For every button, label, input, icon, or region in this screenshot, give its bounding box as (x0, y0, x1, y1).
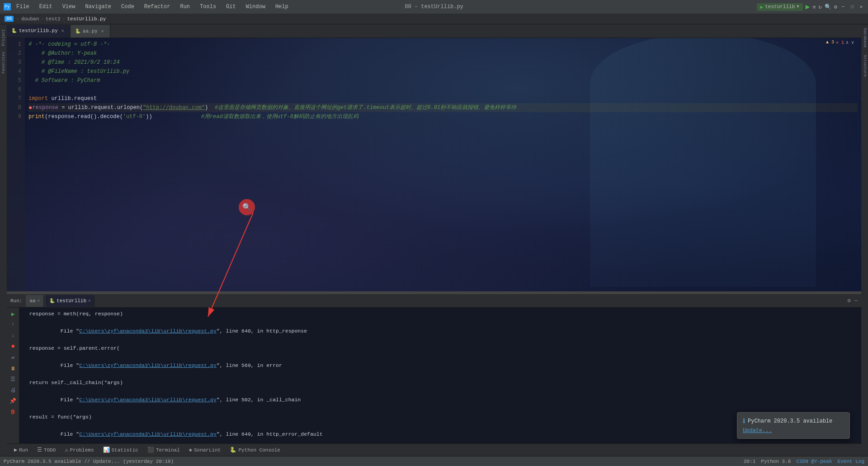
output-area[interactable]: response = meth(req, response) File "C:\… (19, 308, 861, 443)
menu-tools[interactable]: Tools (198, 3, 218, 11)
todo-toolbar-btn[interactable]: ☰ TODO (33, 445, 59, 455)
play-button[interactable]: ▶ (9, 309, 18, 319)
breadcrumb-bar: 80 › douban › test2 › testUrllib.py (0, 14, 868, 24)
python-console-toolbar-btn[interactable]: 🐍 Python Console (226, 445, 283, 455)
stop-button[interactable]: ■ (9, 342, 18, 351)
run-config-selector[interactable]: ▶ testUrllib ▼ (757, 3, 803, 11)
output-line-2: response = self.parent.error( (23, 344, 858, 352)
update-link[interactable]: Update... (743, 428, 772, 434)
gutter-markers: ▲ 3 ✕ 1 ∧ ∨ (826, 40, 854, 45)
info-icon: ℹ (743, 417, 745, 425)
sidebar-label-structure[interactable]: Structure (863, 53, 867, 79)
status-bar-right: 20:1 Python 3.8 CSDN @Y-peak Event Log (744, 459, 864, 464)
search-everywhere-button[interactable]: 🔍 (825, 4, 831, 10)
tab-close[interactable]: ✕ (60, 28, 66, 33)
menu-file[interactable]: File (14, 3, 31, 11)
output-line-5: File "C:\Users\zyf\anaconda3\lib\urllib\… (23, 387, 858, 413)
run-tab-testurllib-label: testUrllib (57, 298, 86, 304)
output-line-3: File "C:\Users\zyf\anaconda3\lib\urllib\… (23, 352, 858, 378)
code-line-5: # Software : PyCharm (28, 76, 858, 85)
maximize-button[interactable]: □ (849, 4, 855, 10)
notification-text: PyCharm 2020.3.5 available (748, 418, 832, 424)
print-button[interactable]: 🖨 (9, 385, 18, 395)
output-link-1[interactable]: C:\Users\zyf\anaconda3\lib\urllib\reques… (79, 328, 217, 334)
error-badge[interactable]: ✕ 1 (836, 40, 844, 45)
breadcrumb-test2[interactable]: test2 (46, 16, 61, 22)
menu-run[interactable]: Run (178, 3, 192, 11)
sidebar-label-project[interactable]: Project (1, 26, 6, 49)
tab-label-2: aa.py (83, 29, 98, 34)
clear-button[interactable]: 🗑 (9, 407, 18, 416)
code-line-7: import urllib.request (28, 94, 858, 103)
menu-help[interactable]: Help (274, 3, 290, 11)
run-toolbar-btn[interactable]: ▶ Run (10, 445, 32, 455)
menu-code[interactable]: Code (119, 3, 136, 11)
bottom-panel: Run: aa ✕ 🐍 testUrllib ✕ ⚙ ─ ▶ (7, 293, 861, 456)
breadcrumb-file[interactable]: testUrllib.py (67, 16, 106, 22)
code-content[interactable]: # -*- codeing = utf-8 -*- # @Author: Y-p… (25, 38, 861, 291)
csdn-link[interactable]: CSDN @Y-peak (796, 459, 832, 464)
settings-button[interactable]: ⚙ (834, 4, 837, 10)
run-tab-testurllib-close[interactable]: ✕ (88, 298, 90, 303)
minimize-button[interactable]: ─ (840, 4, 846, 10)
sonarlint-btn-label: SonarLint (194, 447, 221, 453)
run-tabs: Run: aa ✕ 🐍 testUrllib ✕ ⚙ ─ (7, 294, 861, 308)
menu-navigate[interactable]: Navigate (83, 3, 113, 11)
run-tab-aa-close[interactable]: ✕ (38, 298, 40, 303)
breadcrumb-num: 80 (5, 16, 14, 22)
terminal-btn-label: Terminal (156, 447, 180, 453)
build-button[interactable]: ⚒ (812, 4, 816, 10)
right-sidebar: Database Structure (861, 24, 868, 456)
run-tab-aa[interactable]: aa ✕ (26, 295, 44, 307)
output-link-5[interactable]: C:\Users\zyf\anaconda3\lib\urllib\reques… (79, 397, 217, 403)
output-link-7[interactable]: C:\Users\zyf\anaconda3\lib\urllib\reques… (79, 431, 217, 437)
menu-git[interactable]: Git (224, 3, 238, 11)
bottom-toolbar: ▶ Run ☰ TODO ⚠ Problems 📊 Statistic ⬛ (7, 443, 861, 456)
run-tab-testurllib[interactable]: 🐍 testUrllib ✕ (46, 295, 94, 307)
code-line-4: # @FileName : testUrllib.py (28, 67, 858, 76)
pin-button[interactable]: 📌 (9, 396, 18, 405)
menu-window[interactable]: Window (244, 3, 267, 11)
cursor-position: 20:1 (744, 459, 755, 464)
run-settings-icon[interactable]: ⚙ (848, 297, 851, 304)
scroll-up-button[interactable]: ↑ (9, 320, 18, 329)
left-sidebar: Project Favorites (0, 24, 7, 456)
event-log-link[interactable]: Event Log (838, 459, 864, 464)
app-icon: Py (4, 3, 11, 10)
scroll-down-button[interactable]: ↓ (9, 331, 18, 340)
notification-title: ℹ PyCharm 2020.3.5 available (743, 417, 844, 425)
tab-close-2[interactable]: ✕ (100, 29, 105, 34)
output-line-7: File "C:\Users\zyf\anaconda3\lib\urllib\… (23, 421, 858, 443)
sidebar-label-database[interactable]: Database (863, 26, 867, 49)
refresh-button[interactable]: ↻ (819, 4, 822, 10)
py-icon: 🐍 (11, 28, 17, 33)
sidebar-label-favorites[interactable]: Favorites (1, 49, 6, 76)
close-button[interactable]: ✕ (858, 4, 864, 10)
filter-button[interactable]: ☰ (9, 375, 18, 384)
run-label: Run: (10, 298, 22, 304)
soft-wrap-button[interactable]: ≣ (9, 364, 18, 373)
sonarlint-toolbar-btn[interactable]: ◈ SonarLint (185, 445, 225, 455)
terminal-toolbar-btn[interactable]: ⬛ Terminal (144, 445, 184, 455)
statistic-btn-label: Statistic (112, 447, 138, 453)
breadcrumb-douban[interactable]: douban (21, 16, 39, 22)
run-button[interactable]: ▶ (806, 2, 810, 11)
menu-view[interactable]: View (61, 3, 77, 11)
tab-testurllib[interactable]: 🐍 testUrllib.py ✕ (7, 25, 71, 38)
tab-aa[interactable]: 🐍 aa.py ✕ (71, 25, 110, 38)
problems-toolbar-btn[interactable]: ⚠ Problems (61, 445, 97, 455)
todo-icon: ☰ (37, 447, 42, 453)
statistic-toolbar-btn[interactable]: 📊 Statistic (99, 445, 142, 455)
nav-arrows[interactable]: ∧ ∨ (846, 40, 854, 45)
code-editor[interactable]: ▲ 3 ✕ 1 ∧ ∨ 1 2 3 4 5 6 7 8 9 (7, 38, 861, 291)
code-area: 1 2 3 4 5 6 7 8 9 # -*- codeing = utf-8 … (7, 38, 861, 291)
menu-edit[interactable]: Edit (38, 3, 54, 11)
warning-badge[interactable]: ▲ 3 (826, 40, 834, 45)
menu-refactor[interactable]: Refactor (142, 3, 172, 11)
python-console-btn-label: Python Console (238, 447, 280, 453)
output-link-3[interactable]: C:\Users\zyf\anaconda3\lib\urllib\reques… (79, 362, 217, 368)
run-collapse-icon[interactable]: ─ (854, 298, 858, 304)
code-line-8: ● response = urllib.request.urlopen( "ht… (28, 103, 858, 112)
wrap-button[interactable]: ⇌ (9, 353, 18, 362)
run-toolbar: ▶ ↑ ↓ ■ ⇌ ≣ ☰ 🖨 📌 🗑 (7, 308, 19, 443)
